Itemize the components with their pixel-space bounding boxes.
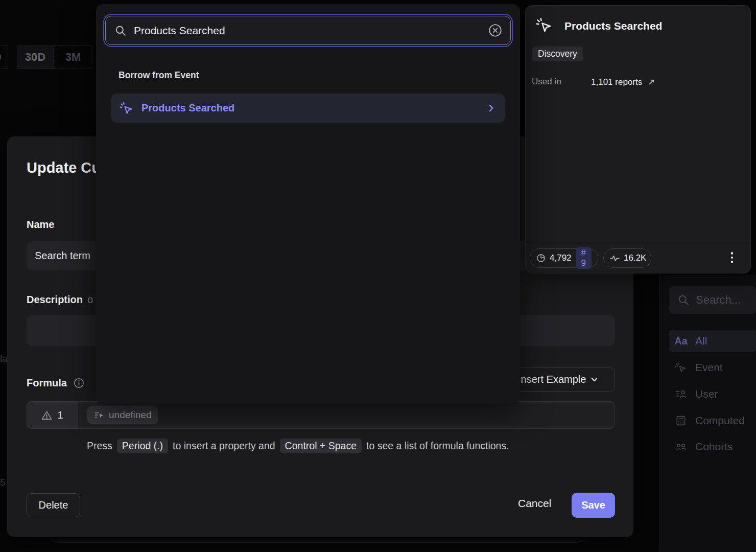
clear-search-icon[interactable] [488,24,502,37]
formula-property-chip[interactable]: undefined [87,406,158,424]
rank-badge: # 9 [576,247,592,269]
sidebar-item-cohorts[interactable]: Cohorts [669,436,756,457]
sidebar-search-placeholder: Search... [696,293,741,307]
text-aa-icon: Aa [675,335,687,347]
kebab-menu-button[interactable] [726,249,738,266]
formula-error-count: 1 [57,409,63,421]
warning-icon [41,410,52,420]
search-result-products-searched[interactable]: Products Searched [111,94,505,123]
app-root: D 30D 3M lay 5 Search... Aa All Event [0,0,756,552]
sidebar-item-computed[interactable]: Computed [669,410,756,431]
cohorts-people-icon [675,442,687,451]
name-label: Name [27,219,54,231]
background-axis-number-fragment: 5 [0,477,6,488]
name-input-value: Search term [35,250,90,262]
cancel-button[interactable]: Cancel [518,497,551,510]
event-count-pill[interactable]: 4,792 # 9 [530,248,598,268]
used-in-label: Used in [532,77,561,87]
user-profile-icon [675,389,687,399]
property-search-dropdown: Products Searched Borrow from Event Prod… [96,4,520,404]
sidebar-search-input[interactable]: Search... [669,286,756,314]
category-badge: Discovery [532,47,583,61]
search-query-value: Products Searched [134,25,488,37]
kbd-period: Period (.) [117,439,168,453]
activity-volume-pill[interactable]: 16.2K [603,248,651,268]
description-optional-fragment: o [87,294,93,306]
used-in-reports-link[interactable]: 1,101 reports ↗ [591,77,655,87]
search-icon [678,294,689,306]
sidebar-item-user[interactable]: User [669,384,756,404]
dropdown-search-input[interactable]: Products Searched [105,16,511,45]
delete-button[interactable]: Delete [27,493,80,517]
borrow-from-event-section-label: Borrow from Event [119,70,199,81]
property-lines-cursor-icon [94,411,104,419]
formula-error-indicator: 1 [27,401,78,429]
event-cursor-icon [536,17,552,33]
event-cursor-icon [120,101,133,115]
formula-label: Formula [27,377,67,389]
info-icon[interactable] [74,378,84,388]
result-label: Products Searched [141,102,481,114]
card-title: Products Searched [564,20,662,32]
modal-title: Update Cu [27,159,101,176]
description-label: Description [27,294,83,306]
external-link-arrow-icon: ↗ [648,77,655,87]
description-label-row: Description o [27,294,93,306]
insert-example-button[interactable]: Insert Example [511,367,615,392]
event-cursor-icon [675,362,687,373]
formula-helper-text: Press Period (.) to insert a property an… [87,439,509,453]
formula-label-row: Formula [27,377,84,389]
activity-pulse-icon [610,254,620,263]
sidebar-item-event[interactable]: Event [669,357,756,378]
computed-calculator-icon [675,416,687,426]
kbd-control-space: Control + Space [280,439,362,453]
event-details-card: Products Searched Discovery Used in 1,10… [525,5,751,273]
time-range-3m-button[interactable]: 3M [55,45,91,69]
time-range-30d-button[interactable]: 30D [17,45,54,69]
search-icon [115,25,126,36]
time-range-clipped-button[interactable]: D [0,45,8,69]
card-stats-footer: 4,792 # 9 16.2K [526,242,750,273]
pie-chart-icon [536,254,546,263]
chevron-down-icon [591,377,598,382]
property-type-sidebar: Search... Aa All Event User Computed [659,275,756,552]
save-button[interactable]: Save [572,493,615,518]
formula-input[interactable]: undefined [78,401,615,429]
chevron-right-icon [489,104,493,112]
sidebar-item-all[interactable]: Aa All [669,330,756,352]
